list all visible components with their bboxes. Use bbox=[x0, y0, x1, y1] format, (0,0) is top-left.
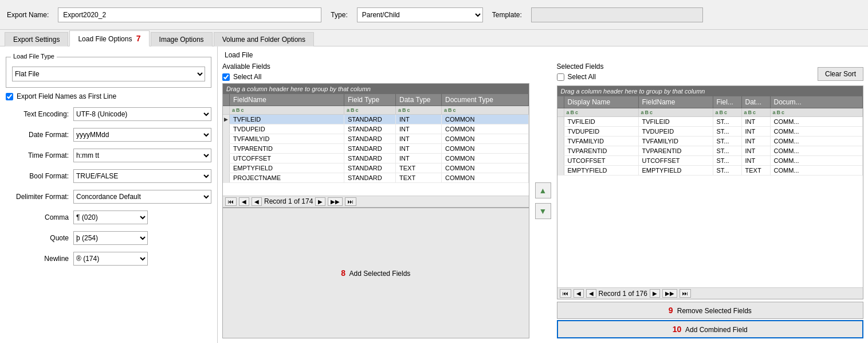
add-combined-field-button[interactable]: 10 Add Combined Field bbox=[557, 320, 864, 338]
sel-cell-displayname: EMPTYFIELD bbox=[564, 166, 639, 175]
row-indicator bbox=[223, 163, 230, 173]
export-name-label: Export Name: bbox=[7, 11, 49, 19]
tab-load-file-options[interactable]: Load File Options 7 bbox=[69, 30, 149, 46]
move-up-button[interactable]: ▲ bbox=[535, 182, 551, 198]
newline-select[interactable]: ® (174) bbox=[73, 252, 148, 266]
type-select[interactable]: Parent/Child bbox=[357, 7, 483, 22]
sel-nav-last-btn[interactable]: ⏭ bbox=[680, 289, 691, 298]
cell-datatype: INT bbox=[396, 115, 442, 124]
selected-col-displayname: Display Name bbox=[564, 96, 639, 108]
row-indicator: ▶ bbox=[223, 115, 230, 124]
sel-cell-fieldname: TVDUPEID bbox=[639, 127, 713, 136]
selected-record-text: Record 1 of 176 bbox=[599, 290, 647, 298]
cell-doctype: COMMON bbox=[442, 163, 529, 173]
sel-cell-fieldname: TVPARENTID bbox=[639, 146, 713, 155]
delimiter-format-label: Delimiter Format: bbox=[6, 193, 69, 201]
sel-nav-prev2-btn[interactable]: ◀ bbox=[586, 289, 596, 298]
sel-nav-next-btn[interactable]: ▶ bbox=[650, 289, 660, 298]
row-indicator bbox=[557, 156, 564, 165]
time-format-label: Time Format: bbox=[6, 151, 69, 159]
table-row[interactable]: TVDUPEID STANDARD INT COMMON bbox=[223, 124, 529, 134]
tab-image-options[interactable]: Image Options bbox=[151, 32, 213, 46]
table-row[interactable]: PROJECTNAME STANDARD TEXT COMMON bbox=[223, 173, 529, 183]
sel-nav-first-btn[interactable]: ⏮ bbox=[560, 289, 571, 298]
date-format-select[interactable]: yyyyMMdd bbox=[73, 128, 211, 142]
bool-format-select[interactable]: TRUE/FALSE bbox=[73, 169, 211, 183]
sel-cell-fieldname: EMPTYFIELD bbox=[639, 166, 713, 175]
nav-first-btn[interactable]: ⏮ bbox=[225, 197, 237, 206]
sel-cell-fieldname: TVFILEID bbox=[639, 117, 713, 126]
available-header-row: FieldName Field Type Data Type Document … bbox=[223, 94, 529, 106]
cell-datatype: TEXT bbox=[396, 173, 442, 182]
cell-fieldtype: STANDARD bbox=[344, 173, 396, 182]
table-row[interactable]: TVPARENTID TVPARENTID ST... INT COMM... bbox=[557, 146, 863, 156]
available-fields-column: Avaliable Fields Select All Drag a colum… bbox=[222, 63, 529, 338]
selected-grid: Drag a column header here to group by th… bbox=[557, 85, 864, 299]
nav-last-btn[interactable]: ⏭ bbox=[345, 197, 356, 206]
row-indicator bbox=[557, 117, 564, 126]
comma-select[interactable]: ¶ (020) bbox=[73, 211, 148, 224]
table-row[interactable]: TVFAMILYID STANDARD INT COMMON bbox=[223, 134, 529, 144]
available-col-fieldtype: Field Type bbox=[344, 94, 396, 106]
cell-doctype: COMMON bbox=[442, 144, 529, 153]
nav-next2-btn[interactable]: ▶▶ bbox=[328, 197, 343, 206]
template-label: Template: bbox=[492, 11, 522, 19]
delimiter-format-select[interactable]: Concordance Default bbox=[73, 190, 211, 204]
remove-selected-fields-button[interactable]: 9 Remove Selected Fields bbox=[557, 302, 864, 319]
row-indicator bbox=[557, 166, 564, 175]
table-row[interactable]: TVFILEID TVFILEID ST... INT COMM... bbox=[557, 117, 863, 127]
row-indicator bbox=[557, 137, 564, 146]
tab-export-settings[interactable]: Export Settings bbox=[5, 32, 68, 46]
table-row[interactable]: EMPTYFIELD EMPTYFIELD ST... TEXT COMM... bbox=[557, 166, 863, 176]
cell-fieldname: TVPARENTID bbox=[230, 144, 344, 153]
table-row[interactable]: ▶ TVFILEID STANDARD INT COMMON bbox=[223, 115, 529, 124]
content-area: Load File Type Flat File Opticon IPRO Ex… bbox=[0, 46, 868, 343]
top-bar: Export Name: Type: Parent/Child Template… bbox=[0, 0, 868, 30]
template-input[interactable] bbox=[531, 7, 703, 22]
selected-col-fieldtype: Fiel... bbox=[713, 96, 742, 108]
tab-volume-folder-options[interactable]: Volume and Folder Options bbox=[214, 32, 314, 46]
sel-cell-doctype: COMM... bbox=[771, 146, 863, 155]
nav-prev-btn[interactable]: ◀ bbox=[239, 197, 249, 206]
add-selected-fields-button[interactable]: 8 Add Selected Fields bbox=[222, 208, 529, 339]
text-encoding-select[interactable]: UTF-8 (Unicode) bbox=[73, 107, 211, 121]
cell-fieldname: PROJECTNAME bbox=[230, 173, 344, 182]
sel-cell-displayname: TVFAMILYID bbox=[564, 137, 639, 146]
table-row[interactable]: UTCOFFSET UTCOFFSET ST... INT COMM... bbox=[557, 156, 863, 166]
export-field-names-checkbox[interactable] bbox=[6, 93, 13, 100]
selected-select-all-checkbox[interactable] bbox=[557, 73, 564, 81]
selected-col-datatype: Dat... bbox=[742, 96, 771, 108]
time-format-select[interactable]: h:mm tt bbox=[73, 149, 211, 162]
table-row[interactable]: UTCOFFSET STANDARD INT COMMON bbox=[223, 154, 529, 163]
clear-sort-button[interactable]: Clear Sort bbox=[818, 67, 863, 81]
sel-cell-fieldtype: ST... bbox=[713, 127, 742, 136]
cell-datatype: INT bbox=[396, 134, 442, 143]
sel-cell-displayname: UTCOFFSET bbox=[564, 156, 639, 165]
table-row[interactable]: TVFAMILYID TVFAMILYID ST... INT COMM... bbox=[557, 137, 863, 146]
selected-select-all-row: Select All bbox=[557, 73, 604, 81]
cell-datatype: INT bbox=[396, 144, 442, 153]
sel-cell-fieldname: TVFAMILYID bbox=[639, 137, 713, 146]
sel-nav-prev-btn[interactable]: ◀ bbox=[574, 289, 584, 298]
available-select-all-checkbox[interactable] bbox=[222, 73, 230, 81]
time-format-row: Time Format: h:mm tt bbox=[6, 149, 211, 162]
table-row[interactable]: EMPTYFIELD STANDARD TEXT COMMON bbox=[223, 163, 529, 173]
row-indicator bbox=[223, 124, 230, 134]
sel-cell-datatype: TEXT bbox=[742, 166, 771, 175]
export-name-input[interactable] bbox=[58, 7, 321, 22]
quote-select[interactable]: þ (254) bbox=[73, 231, 148, 245]
vertical-arrows: ▲ ▼ bbox=[534, 63, 552, 338]
move-down-button[interactable]: ▼ bbox=[535, 203, 551, 219]
load-file-type-select[interactable]: Flat File Opticon IPRO bbox=[12, 67, 205, 81]
text-encoding-row: Text Encoding: UTF-8 (Unicode) bbox=[6, 107, 211, 121]
cell-fieldname: UTCOFFSET bbox=[230, 154, 344, 163]
sel-nav-next2-btn[interactable]: ▶▶ bbox=[662, 289, 677, 298]
available-grid-body: ▶ TVFILEID STANDARD INT COMMON TVDUPEID bbox=[223, 115, 529, 196]
table-row[interactable]: TVPARENTID STANDARD INT COMMON bbox=[223, 144, 529, 154]
bool-format-row: Bool Format: TRUE/FALSE bbox=[6, 169, 211, 183]
sel-cell-datatype: INT bbox=[742, 137, 771, 146]
table-row[interactable]: TVDUPEID TVDUPEID ST... INT COMM... bbox=[557, 127, 863, 137]
nav-prev2-btn[interactable]: ◀ bbox=[252, 197, 262, 206]
nav-next-btn[interactable]: ▶ bbox=[315, 197, 325, 206]
available-filter-doctype: aBc bbox=[442, 106, 529, 114]
